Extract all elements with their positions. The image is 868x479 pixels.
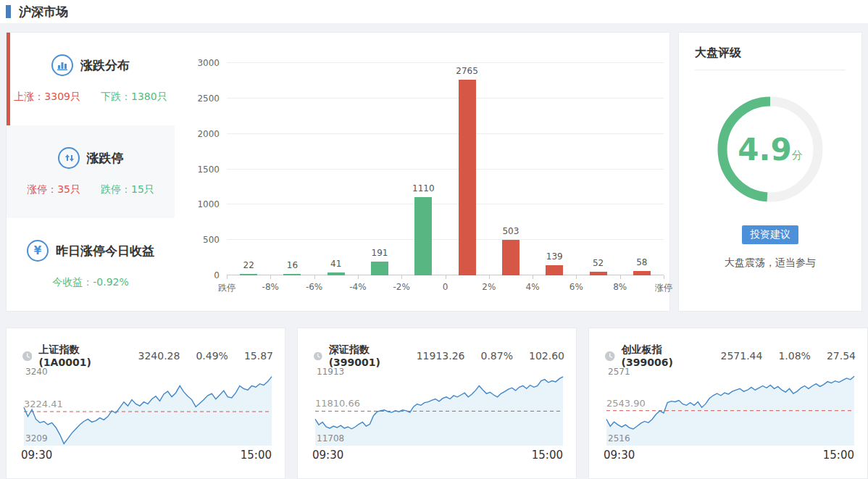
index-price: 2571.44 [721,350,763,362]
prev-close-label: 2543.90 [606,399,646,408]
rating-gauge: 4.9 分 [709,88,832,211]
rating-score-unit: 分 [792,149,803,162]
index-change-amount: 27.54 [827,350,856,362]
bar-slot: 52 [576,63,619,275]
x-axis-label: -8% [262,282,279,292]
stats-sidebar: 涨跌分布 上涨：3309只 下跌：1380只 涨跌停 涨停：35只 跌停：15只 [7,33,175,311]
sidebar-item-limit-updown[interactable]: 涨跌停 涨停：35只 跌停：15只 [7,125,175,218]
x-axis-label: -4% [349,282,366,292]
y-axis-label: 1000 [197,199,220,209]
distribution-bar-chart: 0500100015002000250030002216411911110276… [175,33,669,311]
advice-text: 大盘震荡，适当参与 [695,257,846,270]
x-axis-label: 2% [482,282,496,292]
x-axis-tick [446,275,446,279]
time-start: 09:30 [21,449,52,462]
clock-icon [605,351,615,362]
bar-slot: 22 [227,63,270,275]
divider [695,70,846,70]
index-card-szse: 深证指数(399001) 11913.26 0.87% 102.60 11913… [297,328,577,479]
x-axis-label: -2% [393,282,410,292]
bar-slot: 2765 [445,63,488,275]
index-cards-row: 上证指数(1A0001) 3240.28 0.49% 15.87 3240 32… [6,328,868,479]
y-max-label: 2571 [608,367,630,376]
index-change-amount: 102.60 [529,350,564,362]
bar-value-label: 1110 [412,183,435,193]
up-down-arrows-icon [58,147,80,169]
clock-icon [314,351,322,362]
decliners-count: 下跌：1380只 [101,91,167,104]
investment-advice-button[interactable]: 投资建议 [742,225,798,244]
today-return-value: 今收益：-0.92% [52,276,129,289]
index-name: 上证指数(1A0001) [38,343,122,368]
x-axis-label: 涨停 [655,282,672,294]
x-axis-label: 6% [569,282,583,292]
x-axis-tick [270,275,271,279]
bar-slot: 41 [314,63,358,275]
sidebar-item-updown-distribution[interactable]: 涨跌分布 上涨：3309只 下跌：1380只 [7,33,175,125]
y-axis-label: 3000 [197,58,220,68]
advancers-count: 上涨：3309只 [14,91,80,104]
bar [283,274,301,275]
time-end: 15:00 [532,449,563,462]
bar-value-label: 2765 [456,66,478,76]
index-change-percent: 0.49% [196,350,228,362]
x-axis-tick [358,275,359,279]
intraday-line-chart: 11913 11810.66 11708 [315,376,563,446]
bar-value-label: 52 [593,258,604,268]
bar-slot: 16 [270,63,314,275]
index-header-szse[interactable]: 深证指数(399001) 11913.26 0.87% 102.60 [314,343,564,368]
y-min-label: 2516 [608,434,630,443]
y-axis-label: 2000 [197,129,220,139]
section-title: 涨跌停 [87,150,124,167]
bar [371,262,388,275]
bar-chart-icon [51,54,73,76]
index-header-sse[interactable]: 上证指数(1A0001) 3240.28 0.49% 15.87 [22,343,273,368]
prev-close-label: 3224.41 [24,399,63,409]
bar-value-label: 139 [546,251,563,262]
bar [502,240,519,275]
bars-layer: 221641191111027655031395258 [227,63,664,275]
market-rating-card: 大盘评级 4.9 分 投资建议 大盘震荡，适当参与 [678,32,862,312]
page-title: 沪深市场 [19,4,68,20]
index-change-amount: 15.87 [244,350,273,362]
clock-icon [22,351,32,362]
active-section-accent [7,33,10,125]
x-axis-tick [576,275,577,279]
x-axis-label: 跌停 [218,282,235,294]
time-end: 15:00 [823,449,854,462]
bar [327,272,345,275]
x-axis-label: 4% [526,282,540,292]
bar [240,274,257,275]
limit-up-count: 涨停：35只 [27,183,80,196]
intraday-line-chart: 3240 3224.41 3209 [24,376,272,446]
time-end: 15:00 [241,449,272,462]
bar-slot: 1110 [401,63,445,275]
bar-value-label: 22 [243,260,254,270]
x-axis-label: 8% [613,282,627,292]
index-change-percent: 1.08% [778,350,810,362]
bar-value-label: 16 [287,260,298,270]
index-header-chinext[interactable]: 创业板指(399006) 2571.44 1.08% 27.54 [605,343,856,368]
bar [414,197,432,275]
sidebar-item-yesterday-limit-return[interactable]: ¥ 昨日涨停今日收益 今收益：-0.92% [7,218,175,311]
index-price: 3240.28 [138,350,180,362]
rating-title: 大盘评级 [695,46,846,61]
bar-value-label: 58 [636,257,647,267]
yen-icon: ¥ [27,240,49,262]
limit-down-count: 跌停：15只 [101,183,154,196]
area-fill [24,377,272,446]
index-name: 创业板指(399006) [622,343,705,368]
x-axis-tick [314,275,315,279]
dashboard-page: 沪深市场 涨跌分布 上涨：3309只 下跌：1380只 [0,0,868,479]
intraday-line-chart: 2571 2543.90 2516 [606,376,854,446]
section-title: 昨日涨停今日收益 [56,243,154,259]
time-start: 09:30 [312,449,343,462]
section-title: 涨跌分布 [80,57,130,74]
prev-close-label: 11810.66 [315,399,360,408]
bar-slot: 58 [620,63,664,275]
index-card-sse: 上证指数(1A0001) 3240.28 0.49% 15.87 3240 32… [6,328,285,479]
x-axis-label: 0 [443,282,448,292]
y-min-label: 11708 [317,434,344,443]
bar [546,265,563,275]
rating-score: 4.9 [738,132,791,167]
